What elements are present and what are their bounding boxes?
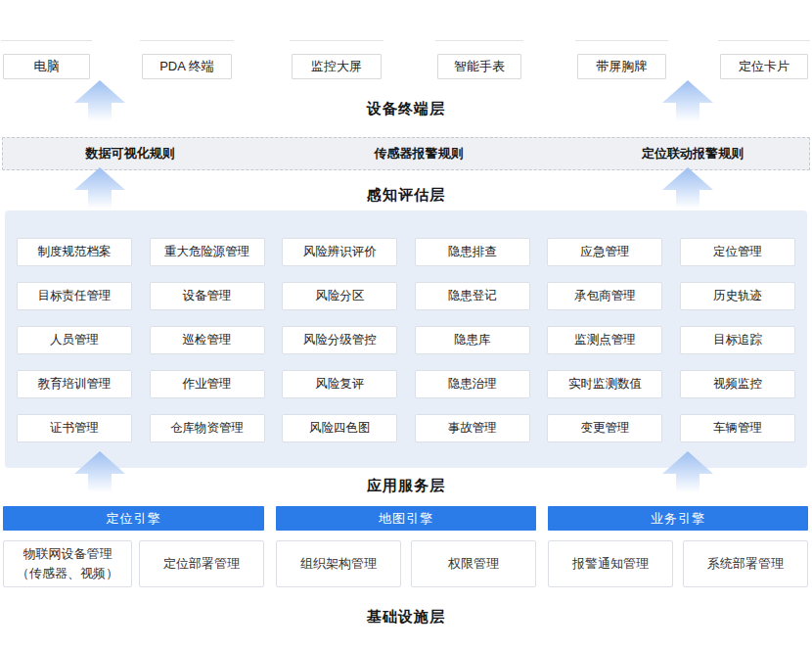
engine-module-box: 系统部署管理: [683, 540, 808, 587]
module-box: 隐患治理: [415, 370, 530, 398]
module-box: 车辆管理: [680, 414, 795, 442]
module-box: 重大危险源管理: [150, 238, 265, 266]
module-box: 证书管理: [17, 414, 132, 442]
module-box: 隐患库: [415, 326, 530, 354]
infrastructure-layer-title: 基础设施层: [0, 608, 812, 627]
application-layer-title: 应用服务层: [0, 477, 812, 495]
module-box: 目标责任管理: [17, 282, 132, 310]
module-box: 风险四色图: [282, 414, 397, 442]
module-box: 风险分区: [282, 282, 397, 310]
device-box-badge: 带屏胸牌: [577, 54, 666, 79]
device-layer-title: 设备终端层: [0, 100, 812, 118]
engine-module-box: 定位部署管理: [139, 540, 264, 587]
module-box: 视频监控: [680, 370, 795, 398]
device-box-location-card: 定位卡片: [720, 54, 808, 79]
engine-group-map: 地图引擎 组织架构管理 权限管理: [276, 506, 536, 587]
module-box: 隐患登记: [415, 282, 530, 310]
device-box-pc: 电脑: [3, 54, 90, 79]
module-box: 隐患排查: [415, 238, 530, 266]
device-box-smartwatch: 智能手表: [437, 54, 521, 79]
rule-label-sensor-alarm: 传感器报警规则: [375, 138, 464, 169]
module-box: 人员管理: [17, 326, 132, 354]
module-box: 变更管理: [547, 414, 662, 442]
module-box: 实时监测数值: [547, 370, 662, 398]
module-box: 应急管理: [547, 238, 662, 266]
engine-module-box: 权限管理: [411, 540, 536, 587]
module-box: 作业管理: [150, 370, 265, 398]
module-box: 制度规范档案: [17, 238, 132, 266]
module-box: 定位管理: [680, 238, 795, 266]
engine-group-business: 业务引擎 报警通知管理 系统部署管理: [548, 506, 808, 587]
device-box-pda: PDA 终端: [142, 54, 232, 79]
engine-module-box: 报警通知管理: [548, 540, 673, 587]
module-box: 风险辨识评价: [282, 238, 397, 266]
engine-group-location: 定位引擎 物联网设备管理 （传感器、视频） 定位部署管理: [3, 506, 264, 587]
engine-bar-location: 定位引擎: [3, 506, 264, 531]
rules-band: 数据可视化规则 传感器报警规则 定位联动报警规则: [2, 137, 810, 170]
rule-label-visualization: 数据可视化规则: [86, 138, 175, 169]
rule-label-location-alarm: 定位联动报警规则: [642, 138, 744, 169]
module-box: 风险分级管控: [282, 326, 397, 354]
module-box: 事故管理: [415, 414, 530, 442]
perception-layer-title: 感知评估层: [0, 186, 812, 205]
module-box: 目标追踪: [680, 326, 795, 354]
engine-bar-map: 地图引擎: [276, 506, 536, 531]
module-box: 仓库物资管理: [150, 414, 265, 442]
module-box: 监测点管理: [547, 326, 662, 354]
module-box: 巡检管理: [150, 326, 265, 354]
engine-module-box: 物联网设备管理 （传感器、视频）: [3, 540, 132, 587]
device-box-monitor-screen: 监控大屏: [292, 54, 382, 79]
engine-module-box: 组织架构管理: [276, 540, 401, 587]
module-box: 风险复评: [282, 370, 397, 398]
engine-bar-business: 业务引擎: [548, 506, 808, 531]
module-box: 历史轨迹: [680, 282, 795, 310]
application-panel: 制度规范档案 重大危险源管理 风险辨识评价 隐患排查 应急管理 定位管理 目标责…: [5, 210, 807, 468]
module-box: 承包商管理: [547, 282, 662, 310]
module-box: 设备管理: [150, 282, 265, 310]
architecture-diagram: 电脑 PDA 终端 监控大屏 智能手表 带屏胸牌 定位卡片 设备终端层 数据可视…: [0, 0, 812, 650]
module-box: 教育培训管理: [17, 370, 132, 398]
